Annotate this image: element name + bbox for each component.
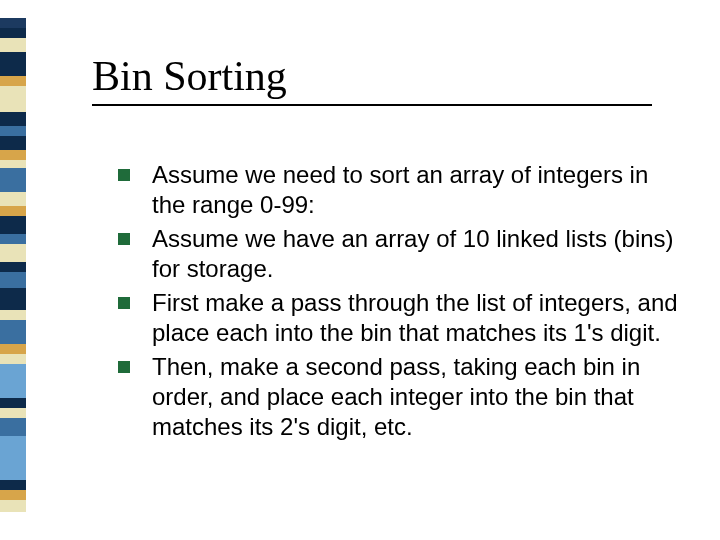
list-item: Assume we need to sort an array of integ… (118, 160, 678, 220)
sidebar-stripe (0, 436, 26, 480)
bullet-text: Assume we need to sort an array of integ… (152, 161, 648, 218)
sidebar-stripe (0, 86, 26, 112)
list-item: Then, make a second pass, taking each bi… (118, 352, 678, 442)
bullet-text: Then, make a second pass, taking each bi… (152, 353, 640, 440)
square-bullet-icon (118, 297, 130, 309)
sidebar-stripe (0, 398, 26, 408)
decorative-sidebar (0, 18, 26, 522)
sidebar-stripe (0, 262, 26, 272)
sidebar-stripe (0, 408, 26, 418)
sidebar-stripe (0, 160, 26, 168)
sidebar-stripe (0, 310, 26, 320)
sidebar-stripe (0, 320, 26, 344)
sidebar-stripe (0, 18, 26, 28)
slide: Bin Sorting Assume we need to sort an ar… (0, 0, 720, 540)
slide-content: Assume we need to sort an array of integ… (118, 160, 678, 446)
sidebar-stripe (0, 272, 26, 288)
sidebar-stripe (0, 490, 26, 500)
sidebar-stripe (0, 288, 26, 310)
sidebar-stripe (0, 168, 26, 192)
sidebar-stripe (0, 234, 26, 244)
sidebar-stripe (0, 38, 26, 52)
sidebar-stripe (0, 354, 26, 364)
sidebar-stripe (0, 364, 26, 398)
sidebar-stripe (0, 192, 26, 206)
sidebar-stripe (0, 480, 26, 490)
sidebar-stripe (0, 112, 26, 126)
square-bullet-icon (118, 233, 130, 245)
sidebar-stripe (0, 216, 26, 234)
bullet-text: First make a pass through the list of in… (152, 289, 678, 346)
sidebar-stripe (0, 76, 26, 86)
sidebar-stripe (0, 244, 26, 262)
sidebar-stripe (0, 344, 26, 354)
title-underline (92, 104, 652, 106)
sidebar-stripe (0, 126, 26, 136)
list-item: First make a pass through the list of in… (118, 288, 678, 348)
bullet-text: Assume we have an array of 10 linked lis… (152, 225, 674, 282)
sidebar-stripe (0, 418, 26, 436)
sidebar-stripe (0, 68, 26, 76)
bullet-list: Assume we need to sort an array of integ… (118, 160, 678, 442)
list-item: Assume we have an array of 10 linked lis… (118, 224, 678, 284)
square-bullet-icon (118, 169, 130, 181)
sidebar-stripe (0, 52, 26, 68)
square-bullet-icon (118, 361, 130, 373)
sidebar-stripe (0, 136, 26, 150)
sidebar-stripe (0, 500, 26, 512)
sidebar-stripe (0, 206, 26, 216)
sidebar-stripe (0, 150, 26, 160)
slide-title: Bin Sorting (92, 52, 287, 100)
sidebar-stripe (0, 28, 26, 38)
